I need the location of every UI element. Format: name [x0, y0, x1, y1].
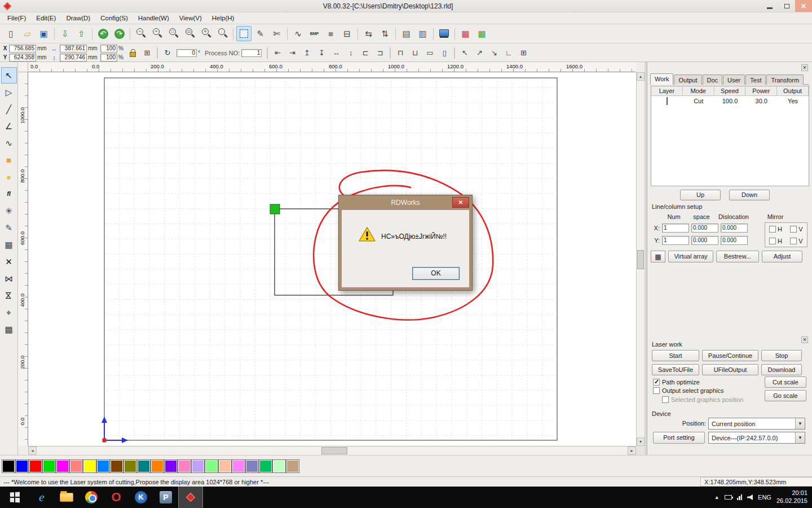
move-bottom-right-icon[interactable]: ↘	[487, 46, 501, 60]
vscroll-thumb[interactable]	[637, 250, 644, 269]
x-scale-field[interactable]: 100	[100, 45, 117, 52]
mirror-xv-checkbox[interactable]	[790, 226, 797, 233]
menu-item[interactable]: Config(S)	[95, 14, 133, 23]
open-file-icon[interactable]: ▱	[20, 26, 35, 41]
palette-color[interactable]	[259, 459, 272, 473]
align-right-icon[interactable]: ⇥	[285, 46, 299, 60]
redo-icon[interactable]: ↷	[112, 26, 127, 41]
rotate-angle-field[interactable]: 0	[176, 49, 197, 57]
battery-icon[interactable]	[725, 495, 732, 500]
chevron-down-icon[interactable]: ▼	[795, 418, 805, 429]
palette-color[interactable]	[218, 459, 232, 473]
palette-color[interactable]	[286, 459, 299, 473]
mirror-xh-checkbox[interactable]	[769, 226, 776, 233]
laser-panel-close-icon[interactable]: ✕	[801, 336, 808, 343]
pause-continue-button[interactable]: Pause/Continue	[702, 350, 758, 361]
go-scale-button[interactable]: Go scale	[765, 390, 806, 401]
palette-color[interactable]	[2, 459, 15, 473]
palette-color[interactable]	[232, 459, 245, 473]
x-num-field[interactable]: 1	[662, 224, 689, 233]
stop-button[interactable]: Stop	[761, 350, 802, 361]
minimize-button[interactable]	[761, 0, 778, 12]
array-tool[interactable]: ▩	[1, 321, 17, 338]
grid-output-icon[interactable]: ⊞	[517, 46, 530, 60]
panel-tab[interactable]: Work	[650, 73, 673, 85]
scroll-left-arrow[interactable]: ◂	[28, 446, 37, 455]
menu-item[interactable]: Draw(D)	[61, 14, 95, 23]
monitor-icon[interactable]	[436, 26, 452, 41]
menu-item[interactable]: Help(H)	[207, 14, 240, 23]
separator[interactable]	[454, 28, 455, 40]
y-position-field[interactable]: 624.358	[9, 54, 36, 62]
move-corner-icon[interactable]: ∟	[502, 46, 515, 60]
select-rect-icon[interactable]	[236, 26, 251, 41]
palette-color[interactable]	[69, 459, 83, 473]
separator[interactable]	[358, 28, 358, 40]
panel-close-icon[interactable]: ✕	[801, 64, 808, 71]
menu-item[interactable]: File(F)	[2, 14, 31, 23]
layer-color-swatch[interactable]	[667, 97, 668, 105]
taskbar-ie[interactable]: e	[29, 487, 54, 508]
path-optimize-checkbox[interactable]	[653, 379, 660, 386]
palette-color[interactable]	[245, 459, 259, 473]
separator[interactable]	[390, 47, 391, 59]
dialog-close-button[interactable]: ✕	[452, 197, 469, 208]
up-button[interactable]: Up	[680, 190, 721, 200]
start-button[interactable]: Start	[652, 350, 699, 361]
print-icon[interactable]: ▤	[399, 26, 414, 41]
array-output-icon[interactable]: ▦	[458, 26, 473, 41]
fit-height-icon[interactable]: ⇅	[377, 26, 392, 41]
distribute-v-icon[interactable]: ▭	[423, 46, 436, 60]
zoom-all-icon[interactable]: ≡	[198, 26, 214, 41]
anchor-grid-icon[interactable]: ⊞	[140, 46, 154, 60]
palette-color[interactable]	[29, 459, 42, 473]
panel-tab[interactable]: Transform	[766, 75, 804, 85]
export-icon[interactable]: ⇧	[74, 26, 89, 41]
select-tool[interactable]: ↖	[1, 67, 17, 84]
port-setting-button[interactable]: Port setting	[653, 432, 705, 444]
zoom-select-icon[interactable]	[215, 26, 230, 41]
zoom-out-icon[interactable]: −	[133, 26, 148, 41]
menu-item[interactable]: Edit(E)	[31, 14, 61, 23]
tray-expand-icon[interactable]: ▲	[714, 494, 720, 500]
move-top-left-icon[interactable]: ↖	[458, 46, 471, 60]
separator[interactable]	[130, 28, 130, 40]
separator[interactable]	[433, 28, 434, 40]
palette-color[interactable]	[123, 459, 137, 473]
bmp-icon[interactable]: BMP	[307, 26, 322, 41]
width-field[interactable]: 387.661	[60, 45, 87, 52]
y-space-field[interactable]: 0.000	[691, 236, 718, 245]
palette-color[interactable]	[96, 459, 110, 473]
ufile-output-button[interactable]: UFileOutput	[702, 364, 758, 375]
node-edit-icon[interactable]: ⊟	[339, 26, 355, 41]
process-no-field[interactable]: 1	[241, 49, 262, 57]
restore-button[interactable]	[778, 0, 795, 12]
distribute-h-icon[interactable]: ⊔	[408, 46, 422, 60]
align-left-icon[interactable]: ⇤	[271, 46, 284, 60]
vertical-scrollbar[interactable]: ▴ ▾	[636, 72, 645, 446]
panel-tab[interactable]: Test	[745, 75, 766, 85]
pen-check-icon[interactable]: ✎	[253, 26, 268, 41]
same-size-icon[interactable]: ⊓	[394, 46, 407, 60]
palette-color[interactable]	[205, 459, 218, 473]
horizontal-scrollbar[interactable]: ◂ ▸	[28, 446, 636, 455]
y-dislocation-field[interactable]: 0.000	[721, 236, 748, 245]
palette-color[interactable]	[56, 459, 69, 473]
palette-color[interactable]	[178, 459, 191, 473]
array-icon-button[interactable]: ▦	[651, 251, 665, 262]
cut-edit-icon[interactable]: ✄	[269, 26, 284, 41]
separator[interactable]	[233, 28, 233, 40]
menu-item[interactable]: Handle(W)	[133, 14, 174, 23]
rotate-icon[interactable]: ↻	[161, 46, 174, 60]
panel-tab[interactable]: User	[723, 75, 745, 85]
delete-tool[interactable]: ✕	[1, 253, 17, 270]
taskbar-rdworks[interactable]	[178, 487, 203, 508]
separator[interactable]	[54, 28, 55, 40]
mirror-yv-checkbox[interactable]	[790, 238, 797, 244]
panel-tab[interactable]: Output	[674, 75, 701, 85]
start-button[interactable]	[0, 487, 29, 508]
pen-tool[interactable]: ✎	[1, 220, 17, 236]
text-tool[interactable]: fI	[1, 186, 17, 202]
align-vcenter-icon[interactable]: ↕	[344, 46, 358, 60]
preview-sim-icon[interactable]: ▦	[474, 26, 489, 41]
